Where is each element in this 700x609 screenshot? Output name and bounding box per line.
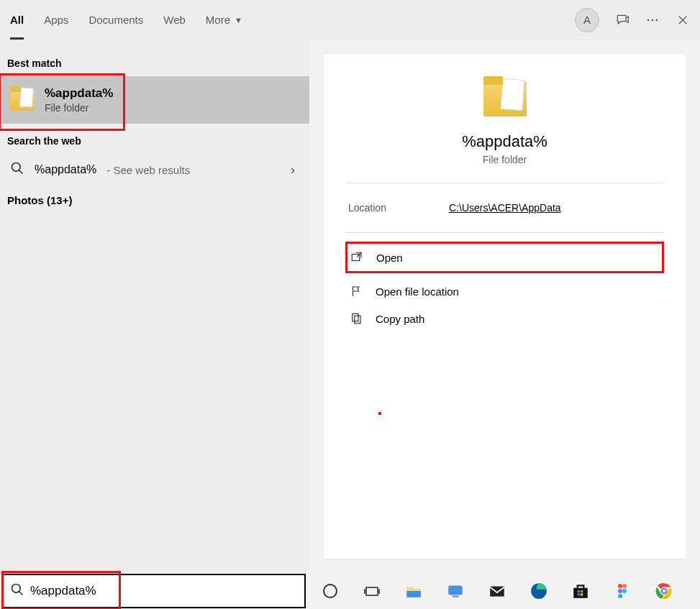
settings-app-icon[interactable] bbox=[445, 581, 465, 601]
svg-rect-15 bbox=[581, 590, 583, 592]
svg-rect-13 bbox=[573, 588, 588, 598]
cortana-icon[interactable] bbox=[320, 581, 340, 601]
search-icon bbox=[10, 161, 24, 178]
svg-rect-10 bbox=[448, 585, 463, 595]
open-label: Open bbox=[376, 252, 403, 264]
svg-point-1 bbox=[652, 19, 654, 21]
location-row: Location C:\Users\ACER\AppData bbox=[345, 183, 664, 232]
open-location-label: Open file location bbox=[376, 285, 459, 298]
best-match-subtitle: File folder bbox=[45, 102, 113, 114]
chrome-icon[interactable] bbox=[654, 581, 674, 601]
location-value[interactable]: C:\Users\ACER\AppData bbox=[449, 202, 561, 214]
task-view-icon[interactable] bbox=[362, 581, 382, 601]
preview-title: %appdata% bbox=[462, 132, 547, 151]
options-icon[interactable] bbox=[645, 13, 660, 27]
best-match-label: Best match bbox=[0, 53, 309, 76]
preview-card: %appdata% File folder Location C:\Users\… bbox=[324, 55, 686, 559]
feedback-icon[interactable] bbox=[615, 13, 629, 27]
chevron-down-icon: ▼ bbox=[235, 16, 242, 24]
folder-icon bbox=[483, 76, 527, 121]
best-match-title: %appdata% bbox=[45, 86, 113, 101]
web-search-item[interactable]: %appdata% - See web results › bbox=[0, 154, 309, 186]
folder-icon bbox=[10, 86, 35, 114]
svg-point-2 bbox=[656, 19, 658, 21]
search-icon bbox=[10, 582, 24, 600]
web-query: %appdata% bbox=[35, 163, 96, 176]
svg-rect-11 bbox=[453, 596, 459, 597]
web-hint: - See web results bbox=[106, 164, 190, 176]
annotation-marker bbox=[378, 412, 381, 415]
search-input[interactable] bbox=[30, 584, 304, 598]
copy-path-action[interactable]: Copy path bbox=[348, 309, 664, 328]
best-match-item[interactable]: %appdata% File folder bbox=[0, 76, 309, 124]
taskbar bbox=[0, 573, 700, 609]
figma-icon[interactable] bbox=[612, 581, 632, 601]
annotation-highlight: Open bbox=[345, 242, 664, 273]
svg-rect-16 bbox=[578, 593, 580, 595]
avatar[interactable]: A bbox=[575, 8, 599, 32]
svg-rect-14 bbox=[578, 590, 580, 592]
search-body: Best match %appdata% File folder Search … bbox=[0, 40, 700, 573]
store-icon[interactable] bbox=[571, 581, 591, 601]
svg-point-19 bbox=[622, 584, 627, 588]
tab-more[interactable]: More▼ bbox=[206, 0, 242, 40]
preview-actions: Open Open file location Copy path bbox=[345, 233, 664, 328]
svg-point-3 bbox=[12, 163, 21, 172]
preview-subtitle: File folder bbox=[483, 154, 527, 165]
best-match-text: %appdata% File folder bbox=[45, 86, 113, 114]
tab-all[interactable]: All bbox=[10, 0, 24, 40]
copy-path-label: Copy path bbox=[376, 313, 424, 325]
mail-icon[interactable] bbox=[487, 581, 507, 601]
edge-icon[interactable] bbox=[529, 581, 549, 601]
svg-point-18 bbox=[618, 584, 622, 588]
tab-web[interactable]: Web bbox=[163, 0, 186, 40]
svg-point-22 bbox=[618, 594, 622, 598]
svg-point-8 bbox=[324, 585, 337, 597]
results-panel: Best match %appdata% File folder Search … bbox=[0, 40, 309, 573]
taskbar-icons bbox=[306, 581, 700, 601]
svg-point-20 bbox=[618, 589, 622, 593]
preview-panel: %appdata% File folder Location C:\Users\… bbox=[309, 40, 700, 573]
svg-point-21 bbox=[622, 589, 627, 593]
svg-rect-5 bbox=[353, 313, 358, 321]
taskbar-search[interactable] bbox=[1, 574, 306, 608]
header-actions: A bbox=[575, 8, 690, 32]
svg-rect-17 bbox=[581, 593, 583, 595]
svg-point-7 bbox=[12, 585, 21, 593]
open-location-action[interactable]: Open file location bbox=[348, 282, 664, 301]
svg-rect-6 bbox=[355, 316, 360, 324]
photos-section[interactable]: Photos (13+) bbox=[0, 186, 309, 206]
file-explorer-icon[interactable] bbox=[404, 581, 424, 601]
web-section-label: Search the web bbox=[0, 131, 309, 154]
svg-rect-9 bbox=[366, 587, 378, 595]
tab-more-label: More bbox=[206, 14, 230, 26]
svg-point-0 bbox=[647, 19, 650, 21]
open-action[interactable]: Open bbox=[349, 248, 404, 267]
close-icon[interactable] bbox=[676, 13, 690, 27]
tab-documents[interactable]: Documents bbox=[88, 0, 143, 40]
tab-apps[interactable]: Apps bbox=[44, 0, 68, 40]
location-label: Location bbox=[348, 202, 449, 214]
svg-point-25 bbox=[663, 590, 665, 592]
chevron-right-icon: › bbox=[291, 162, 299, 178]
header-tabs: All Apps Documents Web More▼ bbox=[10, 0, 242, 40]
search-header: All Apps Documents Web More▼ A bbox=[0, 0, 700, 40]
